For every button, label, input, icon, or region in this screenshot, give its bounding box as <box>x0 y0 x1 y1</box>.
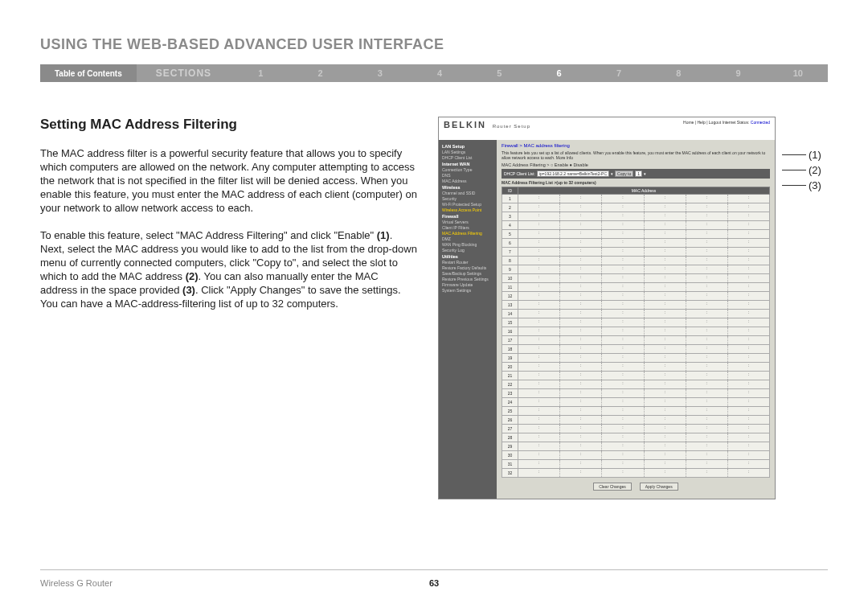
mac-cell[interactable]: :::::: <box>518 451 770 460</box>
sidebar-item[interactable]: Connection Type <box>442 167 493 172</box>
mac-cell[interactable]: :::::: <box>518 301 770 310</box>
sidebar-item[interactable]: LAN Settings <box>442 150 493 154</box>
mac-cell[interactable]: :::::: <box>518 425 770 433</box>
mac-cell[interactable]: :::::: <box>518 433 770 442</box>
sidebar-item[interactable]: Wi-Fi Protected Setup <box>442 202 493 207</box>
table-row: 29:::::: <box>502 442 770 451</box>
sidebar-item: Utilities <box>442 254 493 259</box>
mac-cell[interactable]: :::::: <box>518 416 770 425</box>
row-id: 1 <box>502 195 518 203</box>
mac-cell[interactable]: :::::: <box>518 283 770 292</box>
dhcp-select[interactable]: ip=192.168.2.2 name=BelkinTest2-PC <box>537 170 609 177</box>
sidebar-item[interactable]: Save/Backup Settings <box>442 271 493 276</box>
mac-cell[interactable]: :::::: <box>518 292 770 301</box>
row-id: 26 <box>502 416 518 425</box>
sidebar-item[interactable]: Wireless Access Point <box>442 207 493 212</box>
sidebar-item[interactable]: DHCP Client List <box>442 155 493 160</box>
sidebar-item[interactable]: Client IP Filters <box>442 225 493 230</box>
mac-cell[interactable]: :::::: <box>518 310 770 318</box>
mac-cell[interactable]: :::::: <box>518 248 770 257</box>
mac-cell[interactable]: :::::: <box>518 363 770 372</box>
row-id: 18 <box>502 345 518 354</box>
paragraph-1: The MAC address filter is a powerful sec… <box>40 147 418 215</box>
sidebar-item[interactable]: Restore Factory Defaults <box>442 265 493 270</box>
mac-cell[interactable]: :::::: <box>518 265 770 274</box>
table-row: 14:::::: <box>502 310 770 318</box>
mac-cell[interactable]: :::::: <box>518 380 770 389</box>
section-link-2[interactable]: 2 <box>290 68 350 78</box>
section-link-10[interactable]: 10 <box>768 68 828 78</box>
sidebar-item[interactable]: Channel and SSID <box>442 191 493 195</box>
row-id: 3 <box>502 212 518 221</box>
annot-2: (2) <box>782 164 821 176</box>
th-mac: MAC Address <box>518 187 770 195</box>
sidebar-item[interactable]: MAC Address <box>442 179 493 183</box>
clear-changes-button[interactable]: Clear Changes <box>593 483 631 491</box>
mac-cell[interactable]: :::::: <box>518 221 770 230</box>
mac-cell[interactable]: :::::: <box>518 389 770 398</box>
sidebar-item[interactable]: System Settings <box>442 288 493 293</box>
sidebar-item[interactable]: Restore Previous Settings <box>442 277 493 281</box>
mac-cell[interactable]: :::::: <box>518 318 770 327</box>
mac-cell[interactable]: :::::: <box>518 327 770 336</box>
mac-cell[interactable]: :::::: <box>518 460 770 469</box>
mac-cell[interactable]: :::::: <box>518 398 770 407</box>
sidebar-item[interactable]: Security Log <box>442 248 493 253</box>
apply-changes-button[interactable]: Apply Changes <box>640 483 678 491</box>
toc-link[interactable]: Table of Contents <box>40 64 137 82</box>
slot-select[interactable]: 1 <box>635 170 642 177</box>
section-link-9[interactable]: 9 <box>708 68 768 78</box>
table-row: 1:::::: <box>502 195 770 203</box>
dropdown-icon[interactable]: ▾ <box>644 171 646 176</box>
table-row: 10:::::: <box>502 274 770 283</box>
mac-cell[interactable]: :::::: <box>518 469 770 478</box>
row-id: 22 <box>502 380 518 389</box>
mac-cell[interactable]: :::::: <box>518 203 770 212</box>
table-row: 8:::::: <box>502 257 770 265</box>
sidebar-item[interactable]: DMZ <box>442 236 493 241</box>
mac-cell[interactable]: :::::: <box>518 195 770 203</box>
table-row: 30:::::: <box>502 451 770 460</box>
table-row: 19:::::: <box>502 354 770 363</box>
mac-cell[interactable]: :::::: <box>518 212 770 221</box>
router-screenshot: BELKIN Router Setup Home | Help | Logout… <box>438 117 776 499</box>
section-link-6[interactable]: 6 <box>530 68 589 78</box>
table-row: 2:::::: <box>502 203 770 212</box>
mac-cell[interactable]: :::::: <box>518 407 770 416</box>
sidebar-item[interactable]: Security <box>442 196 493 201</box>
row-id: 15 <box>502 318 518 327</box>
mac-cell[interactable]: :::::: <box>518 336 770 345</box>
mac-cell[interactable]: :::::: <box>518 274 770 283</box>
mac-cell[interactable]: :::::: <box>518 372 770 380</box>
section-link-8[interactable]: 8 <box>649 68 708 78</box>
mac-cell[interactable]: :::::: <box>518 239 770 248</box>
row-id: 5 <box>502 230 518 239</box>
dropdown-icon[interactable]: ▾ <box>611 171 613 176</box>
section-numbers: 12345678910 <box>231 64 828 82</box>
ss-sidebar: LAN SetupLAN SettingsDHCP Client ListInt… <box>439 140 497 499</box>
mac-table: ID MAC Address 1::::::2::::::3::::::4:::… <box>502 187 770 478</box>
mac-cell[interactable]: :::::: <box>518 354 770 363</box>
sidebar-item[interactable]: MAC Address Filtering <box>442 231 493 236</box>
sidebar-item[interactable]: Restart Router <box>442 260 493 265</box>
mac-cell[interactable]: :::::: <box>518 257 770 265</box>
row-id: 2 <box>502 203 518 212</box>
sidebar-item[interactable]: Virtual Servers <box>442 220 493 224</box>
sidebar-item[interactable]: DNS <box>442 173 493 178</box>
mac-cell[interactable]: :::::: <box>518 230 770 239</box>
section-link-1[interactable]: 1 <box>231 68 290 78</box>
top-links[interactable]: Home | Help | Logout Internet Status: Co… <box>683 120 770 125</box>
sidebar-item[interactable]: WAN Ping Blocking <box>442 242 493 247</box>
row-id: 27 <box>502 425 518 433</box>
mac-cell[interactable]: :::::: <box>518 345 770 354</box>
section-link-7[interactable]: 7 <box>589 68 649 78</box>
status-connected: Connected <box>751 120 770 125</box>
row-id: 9 <box>502 265 518 274</box>
section-link-4[interactable]: 4 <box>410 68 469 78</box>
copy-to-button[interactable]: Copy to <box>615 170 633 177</box>
sidebar-item[interactable]: Firmware Update <box>442 282 493 287</box>
section-link-3[interactable]: 3 <box>350 68 410 78</box>
table-row: 9:::::: <box>502 265 770 274</box>
section-link-5[interactable]: 5 <box>469 68 529 78</box>
mac-cell[interactable]: :::::: <box>518 442 770 451</box>
